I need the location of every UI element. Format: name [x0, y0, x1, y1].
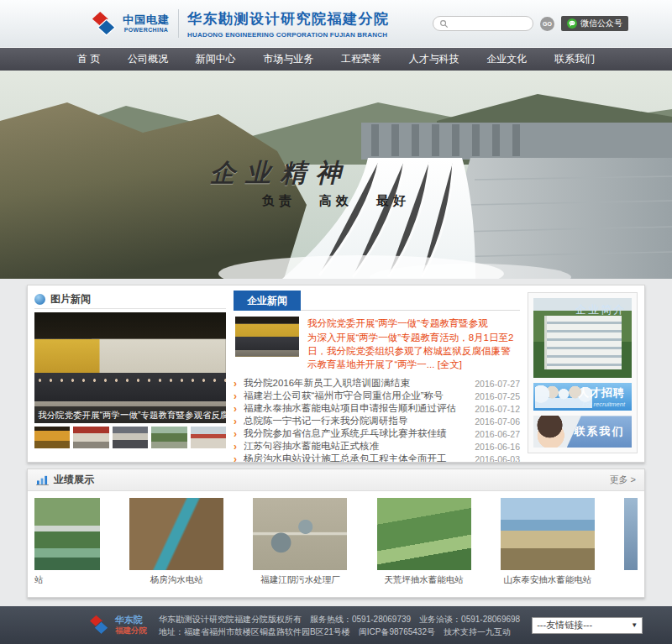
wechat-icon — [567, 18, 577, 29]
site-title-block: 华东勘测设计研究院福建分院 HUADONG ENGINEERING CORPOR… — [187, 9, 390, 39]
hero-banner: 企业精神 负责高效最好 — [0, 71, 672, 279]
gallery-item[interactable]: 山东泰安抽水蓄能电站 — [501, 498, 595, 585]
gallery-item[interactable] — [624, 498, 638, 585]
news-item-title[interactable]: 我分院参加省信息产业系统乒乓球比赛并获佳绩 — [244, 427, 468, 440]
news-item-title[interactable]: 江苏句容抽水蓄能电站正式核准 — [244, 440, 468, 453]
nav-item[interactable]: 市场与业务 — [263, 52, 313, 66]
footer-logo: 华东院 福建分院 — [87, 615, 147, 636]
picture-news-photo[interactable]: 我分院党委开展“两学一做”专题教育暨参观省反腐倡廉 — [34, 312, 226, 423]
picture-news-thumbnail[interactable] — [191, 427, 226, 448]
contact-banner[interactable]: 联系我们 — [533, 416, 632, 448]
picture-news-thumbnail[interactable] — [73, 427, 108, 448]
gallery-item[interactable]: 天荒坪抽水蓄能电站 — [377, 498, 471, 585]
nav-item[interactable]: 首 页 — [77, 52, 100, 66]
featured-news-title[interactable]: 我分院党委开展“两学一做”专题教育暨参观 — [307, 317, 518, 330]
wechat-badge[interactable]: 微信公众号 — [561, 16, 628, 31]
gallery-item[interactable]: 福建江阴污水处理厂 — [253, 498, 347, 585]
site-header: 中国电建 POWERCHINA 华东勘测设计研究院福建分院 HUADONG EN… — [0, 0, 672, 48]
news-item-title[interactable]: 福建永泰抽水蓄能电站项目申请报告顺利通过评估 — [244, 402, 468, 415]
news-item-title[interactable]: 福建岩土公司获“福州市守合同重信用企业”称号 — [244, 390, 468, 402]
recruitment-label: 人才招聘 — [578, 385, 625, 401]
powerchina-diamond-icon — [89, 11, 118, 36]
hero-slogan-word: 高效 — [319, 193, 353, 209]
recruitment-banner[interactable]: 人才招聘 For recruitment — [533, 383, 632, 411]
achievements-more-link[interactable]: 更多 > — [610, 474, 636, 486]
company-profile-label: 企业简介 — [575, 302, 626, 317]
nav-item[interactable]: 联系我们 — [554, 52, 595, 66]
picture-news-thumbnail[interactable] — [151, 427, 186, 448]
hero-slogan-word: 最好 — [376, 193, 410, 209]
news-item-title[interactable]: 杨房沟水电站设计施工总承包工程主体全面开工 — [244, 453, 468, 463]
gallery-caption: 福建江阴污水处理厂 — [253, 574, 347, 586]
news-item-date: 2016-07-27 — [475, 379, 520, 389]
news-bullet-icon: › — [234, 416, 244, 427]
gallery-item[interactable]: 站 — [34, 498, 100, 585]
news-item-title[interactable]: 我分院2016年新员工入职培训圆满结束 — [244, 377, 468, 390]
picture-news-thumbnails — [34, 427, 226, 448]
nav-item[interactable]: 人才与科技 — [409, 52, 459, 66]
news-bullet-icon: › — [234, 403, 244, 415]
news-item-date: 2016-07-12 — [475, 404, 520, 414]
news-bullet-icon: › — [234, 378, 244, 390]
news-item[interactable]: › 总院陈一宁书记一行来我分院调研指导 2016-07-06 — [234, 415, 520, 427]
achievements-section: 业绩展示 更多 > 站 杨房沟水电站 福建江阴污水处理厂 天荒坪抽水蓄能电站 — [27, 469, 645, 598]
news-item-date: 2016-07-06 — [475, 416, 520, 427]
news-item-title[interactable]: 总院陈一宁书记一行来我分院调研指导 — [244, 415, 468, 427]
gallery-caption: 站 — [34, 574, 100, 586]
nav-item[interactable]: 工程荣誉 — [341, 52, 381, 66]
gallery-photo — [501, 498, 595, 570]
gallery-caption: 杨房沟水电站 — [129, 574, 223, 586]
news-item-date: 2016-06-27 — [475, 429, 520, 439]
news-item[interactable]: › 江苏句容抽水蓄能电站正式核准 2016-06-16 — [234, 440, 520, 453]
nav-item[interactable]: 企业文化 — [486, 52, 527, 66]
gallery-caption: 天荒坪抽水蓄能电站 — [377, 574, 471, 586]
search-icon — [439, 19, 449, 29]
picture-news-thumbnail[interactable] — [113, 427, 148, 448]
site-subtitle: HUADONG ENGINEERING CORPORATION FUJIAN B… — [187, 31, 390, 39]
picture-news-header: 图片新闻 — [34, 291, 226, 309]
featured-news: 我分院党委开展“两学一做”专题教育暨参观 为深入开展“两学一做”专题教育活动，8… — [234, 311, 520, 375]
search-input[interactable] — [452, 18, 527, 29]
tab-company-news[interactable]: 企业新闻 — [234, 291, 301, 311]
news-item[interactable]: › 我分院参加省信息产业系统乒乓球比赛并获佳绩 2016-06-27 — [234, 427, 520, 440]
gallery-item[interactable]: 杨房沟水电站 — [129, 498, 223, 585]
news-item[interactable]: › 福建岩土公司获“福州市守合同重信用企业”称号 2016-07-25 — [234, 390, 520, 402]
powerchina-logo: 中国电建 POWERCHINA — [89, 11, 170, 36]
picture-news-panel: 图片新闻 我分院党委开展“两学一做”专题教育暨参观省反腐倡廉 — [34, 291, 226, 457]
company-profile-banner[interactable]: 企业简介 — [533, 298, 632, 378]
site-title: 华东勘测设计研究院福建分院 — [187, 9, 390, 29]
news-list: › 我分院2016年新员工入职培训圆满结束 2016-07-27 › 福建岩土公… — [234, 377, 520, 463]
gallery-caption: 山东泰安抽水蓄能电站 — [501, 574, 595, 586]
featured-news-more-link[interactable]: [全文] — [438, 359, 462, 369]
sidebar: 企业简介 人才招聘 For recruitment 联系我们 — [528, 292, 638, 453]
company-news-panel: 企业新闻 我分院党委开展“两学一做”专题教育暨参观 为深入开展“两学一做”专题教… — [234, 291, 520, 457]
featured-news-excerpt: 为深入开展“两学一做”专题教育活动，8月1日至2日，我分院党委组织参观了榕城监狱… — [307, 332, 513, 369]
friend-links-select[interactable]: ---友情链接--- ▼ — [532, 617, 643, 634]
powerchina-diamond-icon — [87, 615, 110, 635]
news-item[interactable]: › 杨房沟水电站设计施工总承包工程主体全面开工 2016-06-03 — [234, 453, 520, 463]
nav-item[interactable]: 公司概况 — [128, 52, 168, 66]
picture-news-title: 图片新闻 — [50, 292, 91, 306]
news-item[interactable]: › 我分院2016年新员工入职培训圆满结束 2016-07-27 — [234, 377, 520, 390]
hero-slogan: 负责高效最好 — [262, 193, 410, 209]
gallery-photo — [377, 498, 471, 570]
news-item[interactable]: › 福建永泰抽水蓄能电站项目申请报告顺利通过评估 2016-07-12 — [234, 402, 520, 415]
gallery-photo — [34, 498, 100, 570]
footer-logo-line2: 福建分院 — [115, 626, 147, 635]
search-box[interactable] — [433, 16, 533, 31]
site-footer: 华东院 福建分院 华东勘测设计研究院福建分院版权所有 服务热线：0591-280… — [0, 606, 672, 644]
recruitment-sublabel: For recruitment — [582, 401, 625, 408]
news-bullet-icon: › — [234, 428, 244, 440]
logo-cn-text: 中国电建 — [123, 14, 170, 25]
picture-news-thumbnail[interactable] — [34, 427, 70, 448]
featured-news-text: 我分院党委开展“两学一做”专题教育暨参观 为深入开展“两学一做”专题教育活动，8… — [307, 317, 518, 371]
search-go-button[interactable]: GO — [540, 17, 554, 31]
featured-news-photo[interactable] — [235, 317, 299, 357]
footer-address-line: 地址：福建省福州市鼓楼区铜盘路软件园B区21号楼 闽ICP备98765432号 … — [159, 626, 520, 638]
achievements-header: 业绩展示 更多 > — [28, 469, 644, 491]
footer-copyright-line: 华东勘测设计研究院福建分院版权所有 服务热线：0591-28069739 业务洽… — [159, 613, 520, 626]
achievements-title: 业绩展示 — [54, 473, 94, 487]
globe-icon — [34, 294, 45, 305]
nav-item[interactable]: 新闻中心 — [196, 52, 236, 66]
friend-links-label: ---友情链接--- — [537, 619, 592, 631]
